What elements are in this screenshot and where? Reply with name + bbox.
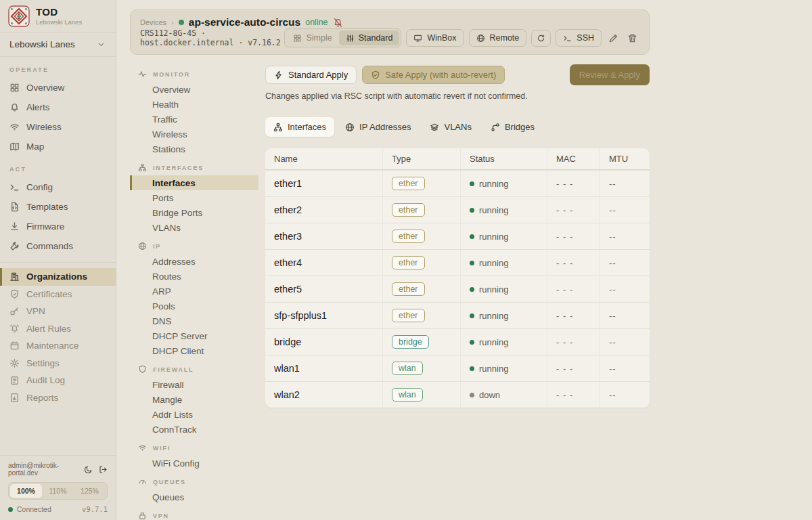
subnav-item-bridge-ports[interactable]: Bridge Ports <box>130 205 258 220</box>
subnav-item-wifi-config[interactable]: WiFi Config <box>130 456 258 471</box>
status-dot <box>470 234 474 239</box>
mac-value: - - - <box>547 303 600 328</box>
breadcrumb[interactable]: Devices <box>140 18 166 26</box>
sidebar-item-map[interactable]: Map <box>0 137 116 156</box>
subnav-item-overview[interactable]: Overview <box>130 82 258 97</box>
subnav-item-dns[interactable]: DNS <box>130 313 258 328</box>
subnav-item-firewall[interactable]: Firewall <box>130 377 258 392</box>
subnav-item-pools[interactable]: Pools <box>130 299 258 313</box>
tab-interfaces[interactable]: Interfaces <box>265 117 334 137</box>
tab-ip-addresses[interactable]: IP Addresses <box>337 117 419 137</box>
status-dot <box>470 313 474 318</box>
status-label: running <box>479 337 508 347</box>
standard-apply-button[interactable]: Standard Apply <box>265 66 357 84</box>
bell-slash-icon[interactable] <box>333 18 343 28</box>
subnav-item-wireless[interactable]: Wireless <box>130 127 258 142</box>
view-mode-standard[interactable]: Standard <box>339 30 400 45</box>
mtu-value: -- <box>600 197 650 223</box>
table-row[interactable]: ether1 ether running - - - -- <box>265 170 650 196</box>
table-row[interactable]: ether5 ether running - - - -- <box>265 276 650 302</box>
dark-mode-moon-icon[interactable] <box>84 465 93 474</box>
subnav-item-queues[interactable]: Queues <box>130 490 258 504</box>
sidebar-item-audit-log[interactable]: Audit Log <box>0 372 116 389</box>
sidebar-item-maintenance[interactable]: Maintenance <box>0 337 116 355</box>
type-badge: ether <box>392 230 425 243</box>
subnav-item-routes[interactable]: Routes <box>130 269 258 284</box>
subnav-item-ports[interactable]: Ports <box>130 190 258 205</box>
sidebar-item-firmware[interactable]: Firmware <box>0 217 116 236</box>
zoom-option-125[interactable]: 125% <box>74 484 106 498</box>
sidebar-section-operate: OPERATE <box>0 57 116 78</box>
zoom-option-100[interactable]: 100% <box>10 484 42 498</box>
table-row[interactable]: ether2 ether running - - - -- <box>265 196 650 223</box>
sidebar-item-label: Audit Log <box>26 375 65 385</box>
column-header-name: Name <box>265 148 382 169</box>
view-mode-simple[interactable]: Simple <box>286 30 338 45</box>
table-row[interactable]: ether3 ether running - - - -- <box>265 223 650 249</box>
mac-value: - - - <box>547 382 600 408</box>
sidebar-item-vpn[interactable]: VPN <box>0 303 116 320</box>
sidebar-item-alert-rules[interactable]: Alert Rules <box>0 320 116 338</box>
sidebar-item-settings[interactable]: Settings <box>0 355 116 372</box>
sidebar-item-label: Templates <box>26 202 68 212</box>
mac-value: - - - <box>547 276 600 302</box>
subnav-item-stations[interactable]: Stations <box>130 142 258 156</box>
sidebar-item-alerts[interactable]: Alerts <box>0 98 116 117</box>
network-icon <box>138 163 147 172</box>
subnav-item-traffic[interactable]: Traffic <box>130 112 258 127</box>
safe-apply-button[interactable]: Safe Apply (with auto-revert) <box>362 66 505 84</box>
subnav-item-conntrack[interactable]: ConnTrack <box>130 422 258 437</box>
subnav-item-dhcp-client[interactable]: DHCP Client <box>130 343 258 358</box>
zoom-option-110[interactable]: 110% <box>42 484 74 498</box>
config-tabs: Interfaces IP Addresses VLANs Bridges <box>265 117 650 137</box>
status-label: running <box>479 232 508 242</box>
sidebar-item-certificates[interactable]: Certificates <box>0 286 116 303</box>
org-selector[interactable]: Lebowski Lanes <box>0 32 116 57</box>
subnav-item-mangle[interactable]: Mangle <box>130 392 258 407</box>
delete-device-button[interactable] <box>625 33 639 43</box>
interface-name: sfp-sfpplus1 <box>265 303 382 328</box>
tab-bridges[interactable]: Bridges <box>482 117 543 137</box>
device-header-card: Devices › ap-service-auto-circus online … <box>130 9 650 55</box>
status-dot <box>470 393 474 397</box>
winbox-button[interactable]: WinBox <box>406 29 464 47</box>
sidebar-item-organizations[interactable]: Organizations <box>0 268 116 286</box>
sidebar-item-templates[interactable]: Templates <box>0 197 116 217</box>
sidebar-item-overview[interactable]: Overview <box>0 78 116 98</box>
sidebar-item-config[interactable]: Config <box>0 177 116 197</box>
refresh-button[interactable] <box>531 30 551 47</box>
edit-device-button[interactable] <box>606 33 621 43</box>
subnav-item-addr-lists[interactable]: Addr Lists <box>130 407 258 422</box>
table-row[interactable]: wlan1 wlan running - - - -- <box>265 355 650 381</box>
subnav-item-interfaces[interactable]: Interfaces <box>130 175 258 190</box>
interface-name: ether2 <box>265 197 382 223</box>
table-row[interactable]: bridge bridge running - - - -- <box>265 328 650 355</box>
subnav-item-arp[interactable]: ARP <box>130 284 258 299</box>
tab-vlans[interactable]: VLANs <box>422 117 479 137</box>
device-name: ap-service-auto-circus <box>189 16 300 28</box>
sidebar-item-wireless[interactable]: Wireless <box>0 117 116 137</box>
table-row[interactable]: ether4 ether running - - - -- <box>265 249 650 276</box>
table-row[interactable]: sfp-sfpplus1 ether running - - - -- <box>265 302 650 328</box>
tab-label: Bridges <box>505 122 535 132</box>
logout-icon[interactable] <box>99 465 108 474</box>
sidebar-item-label: Certificates <box>26 289 72 299</box>
subnav-item-dhcp-server[interactable]: DHCP Server <box>130 328 258 343</box>
review-apply-button[interactable]: Review & Apply <box>570 64 650 85</box>
subnav-item-vlans[interactable]: VLANs <box>130 220 258 235</box>
grid-icon <box>9 83 20 93</box>
sidebar-item-commands[interactable]: Commands <box>0 236 116 256</box>
remote-button[interactable]: Remote <box>469 29 527 47</box>
column-header-type: Type <box>382 148 460 169</box>
interface-name: ether3 <box>265 223 382 249</box>
app-logo-icon <box>8 5 30 27</box>
remote-label: Remote <box>490 33 520 43</box>
status-label: running <box>479 258 508 268</box>
subnav-item-addresses[interactable]: Addresses <box>130 254 258 269</box>
ssh-button[interactable]: SSH <box>556 29 602 47</box>
table-row[interactable]: wlan2 wlan down - - - -- <box>265 381 650 408</box>
interface-name: bridge <box>265 329 382 355</box>
subnav-item-health[interactable]: Health <box>130 97 258 112</box>
sidebar-item-reports[interactable]: Reports <box>0 389 116 407</box>
primary-sidebar: TOD Lebowski Lanes Lebowski Lanes OPERAT… <box>0 0 116 520</box>
